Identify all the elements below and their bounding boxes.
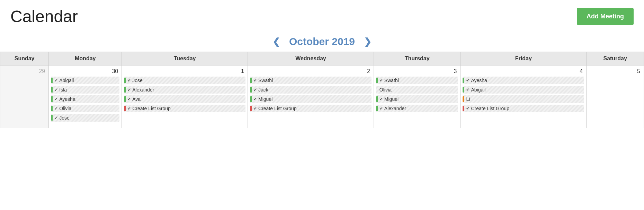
event-check-icon: ✔: [379, 78, 383, 83]
event-name: Olivia: [379, 87, 392, 93]
event-item[interactable]: ✔ Abigail: [463, 86, 584, 94]
day-header-saturday: Saturday: [587, 52, 644, 65]
day-cell-4: 4✔ Ayesha✔ AbigailLi✔ Create List Group: [460, 65, 587, 128]
event-bar: [376, 106, 378, 111]
event-item[interactable]: ✔ Jose: [124, 77, 245, 84]
event-item[interactable]: ✔ Miguel: [250, 95, 372, 103]
event-check-icon: ✔: [253, 97, 257, 102]
event-item[interactable]: ✔ Create List Group: [250, 105, 372, 112]
event-name: Create List Group: [471, 106, 509, 111]
event-item[interactable]: ✔ Jack: [250, 86, 372, 94]
day-number-4: 4: [463, 67, 584, 77]
day-number-2: 2: [250, 67, 372, 77]
event-check-icon: ✔: [127, 87, 131, 92]
day-cell-3: 3✔ SwathiOlivia✔ Miguel✔ Alexander: [374, 65, 460, 128]
event-name: Isla: [59, 87, 67, 93]
event-name: Create List Group: [258, 106, 297, 111]
day-header-wednesday: Wednesday: [248, 52, 374, 65]
event-name: Swathi: [258, 78, 273, 83]
page-header: Calendar Add Meeting: [0, 0, 644, 29]
event-name: Alexander: [132, 87, 154, 93]
event-item[interactable]: ✔ Create List Group: [463, 105, 584, 112]
event-bar: [376, 78, 378, 83]
event-name: Jose: [132, 78, 143, 83]
page-title: Calendar: [10, 7, 78, 26]
add-meeting-button[interactable]: Add Meeting: [577, 8, 634, 25]
event-name: Olivia: [59, 106, 71, 111]
event-item[interactable]: ✔ Abigail: [51, 77, 119, 84]
event-bar: [51, 78, 53, 83]
day-cell-30: 30✔ Abigail✔ Isla✔ Ayesha✔ Olivia✔ Jose: [49, 65, 122, 128]
event-item[interactable]: ✔ Swathi: [376, 77, 458, 84]
event-item[interactable]: ✔ Isla: [51, 86, 119, 94]
next-month-button[interactable]: ❯: [362, 37, 374, 46]
day-header-thursday: Thursday: [374, 52, 460, 65]
event-name: Ayesha: [471, 78, 487, 83]
event-check-icon: ✔: [54, 78, 58, 83]
event-bar: [124, 96, 126, 102]
event-bar: [51, 87, 53, 93]
event-check-icon: ✔: [54, 106, 58, 111]
event-item[interactable]: ✔ Alexander: [124, 86, 245, 94]
event-name: Swathi: [384, 78, 399, 83]
month-label: October 2019: [289, 36, 355, 47]
event-check-icon: ✔: [54, 115, 58, 120]
event-name: Create List Group: [132, 106, 171, 111]
day-header-sunday: Sunday: [0, 52, 49, 65]
event-check-icon: ✔: [127, 97, 131, 102]
event-item[interactable]: ✔ Jose: [51, 114, 119, 122]
day-cell-5: 5: [587, 65, 644, 128]
event-check-icon: ✔: [127, 106, 131, 111]
event-item[interactable]: Li: [463, 95, 584, 103]
calendar-nav: ❮ October 2019 ❯: [0, 29, 644, 52]
event-bar: [124, 78, 126, 83]
event-check-icon: ✔: [466, 87, 469, 92]
prev-month-button[interactable]: ❮: [270, 37, 282, 46]
day-cell-29: 29: [0, 65, 49, 128]
day-number-30: 30: [51, 67, 119, 77]
event-bar: [51, 106, 53, 111]
event-item[interactable]: ✔ Swathi: [250, 77, 372, 84]
calendar-body: 2930✔ Abigail✔ Isla✔ Ayesha✔ Olivia✔ Jos…: [0, 65, 644, 128]
event-name: Abigail: [59, 78, 74, 83]
event-bar: [376, 96, 378, 102]
event-bar: [250, 78, 252, 83]
event-check-icon: ✔: [127, 78, 131, 83]
event-check-icon: ✔: [466, 78, 469, 83]
event-check-icon: ✔: [253, 78, 257, 83]
event-check-icon: ✔: [54, 87, 58, 92]
day-header-friday: Friday: [460, 52, 587, 65]
event-name: Jose: [59, 115, 70, 121]
event-item[interactable]: ✔ Ayesha: [51, 95, 119, 103]
day-cell-2: 2✔ Swathi✔ Jack✔ Miguel✔ Create List Gro…: [248, 65, 374, 128]
event-bar: [463, 106, 464, 111]
event-name: Miguel: [384, 96, 399, 102]
event-item[interactable]: Olivia: [376, 86, 458, 94]
day-header-monday: Monday: [49, 52, 122, 65]
event-bar: [250, 87, 252, 93]
day-header-tuesday: Tuesday: [122, 52, 248, 65]
event-item[interactable]: ✔ Ayesha: [463, 77, 584, 84]
event-item[interactable]: ✔ Miguel: [376, 95, 458, 103]
event-item[interactable]: ✔ Olivia: [51, 105, 119, 112]
event-bar: [463, 78, 464, 83]
event-name: Alexander: [384, 106, 406, 111]
event-name: Li: [466, 96, 470, 102]
event-check-icon: ✔: [379, 106, 383, 111]
event-name: Jack: [258, 87, 268, 93]
event-item[interactable]: ✔ Ava: [124, 95, 245, 103]
day-cell-1: 1✔ Jose✔ Alexander✔ Ava✔ Create List Gro…: [122, 65, 248, 128]
event-bar: [250, 106, 252, 111]
event-item[interactable]: ✔ Alexander: [376, 105, 458, 112]
day-number-1: 1: [124, 67, 245, 77]
event-check-icon: ✔: [466, 106, 469, 111]
day-number-29: 29: [2, 67, 46, 77]
day-number-5: 5: [589, 67, 642, 77]
event-check-icon: ✔: [54, 97, 58, 102]
event-item[interactable]: ✔ Create List Group: [124, 105, 245, 112]
event-bar: [124, 87, 126, 93]
event-bar: [463, 96, 464, 102]
event-bar: [51, 96, 53, 102]
event-bar: [51, 115, 53, 121]
day-number-3: 3: [376, 67, 458, 77]
